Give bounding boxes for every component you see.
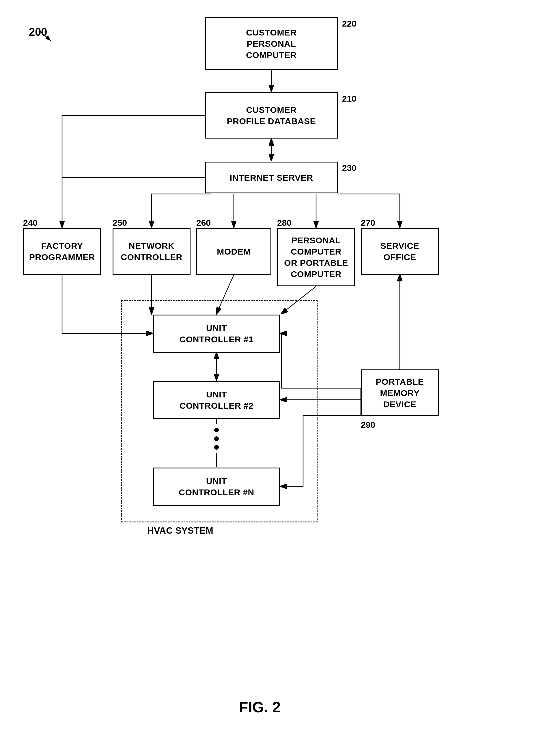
- factory-programmer-label: FACTORYPROGRAMMER: [29, 240, 95, 263]
- internet-server-box: INTERNET SERVER: [205, 161, 338, 194]
- diagram: 200 CUSTOMERPERSONALCOMPUTER 220 CUSTOME…: [0, 0, 560, 738]
- factory-programmer-box: FACTORYPROGRAMMER: [23, 228, 101, 275]
- network-controller-box: NETWORKCONTROLLER: [112, 228, 191, 275]
- customer-profile-db-label: CUSTOMERPROFILE DATABASE: [227, 104, 316, 127]
- ref-arrow: [37, 29, 55, 43]
- unit-controller-2-label: UNITCONTROLLER #2: [180, 389, 254, 411]
- network-controller-label: NETWORKCONTROLLER: [121, 240, 182, 263]
- customer-profile-db-id: 210: [342, 94, 356, 104]
- personal-pc-portable-box: PERSONALCOMPUTEROR PORTABLECOMPUTER: [277, 228, 355, 286]
- service-office-id: 270: [361, 218, 375, 228]
- network-controller-id: 250: [112, 218, 127, 228]
- customer-profile-db-box: CUSTOMERPROFILE DATABASE: [205, 92, 338, 138]
- unit-controller-n-box: UNITCONTROLLER #N: [153, 467, 280, 506]
- modem-box: MODEM: [196, 228, 271, 275]
- customer-pc-label: CUSTOMERPERSONALCOMPUTER: [246, 27, 297, 61]
- service-office-label: SERVICEOFFICE: [380, 240, 419, 263]
- unit-controller-2-box: UNITCONTROLLER #2: [153, 381, 280, 419]
- personal-pc-portable-id: 280: [277, 218, 292, 228]
- customer-pc-box: CUSTOMERPERSONALCOMPUTER: [205, 17, 338, 70]
- portable-memory-box: PORTABLEMEMORYDEVICE: [361, 369, 439, 416]
- service-office-box: SERVICEOFFICE: [361, 228, 439, 275]
- internet-server-label: INTERNET SERVER: [230, 172, 313, 183]
- unit-controller-1-box: UNITCONTROLLER #1: [153, 315, 280, 353]
- modem-label: MODEM: [217, 246, 251, 257]
- portable-memory-id: 290: [361, 420, 375, 430]
- hvac-label: HVAC SYSTEM: [147, 525, 213, 536]
- figure-label: FIG. 2: [217, 698, 303, 716]
- unit-controller-n-label: UNITCONTROLLER #N: [179, 475, 254, 498]
- customer-pc-id: 220: [342, 19, 356, 29]
- modem-id: 260: [196, 218, 211, 228]
- unit-controller-1-label: UNITCONTROLLER #1: [180, 322, 254, 345]
- factory-programmer-id: 240: [23, 218, 37, 228]
- svg-line-16: [40, 32, 50, 40]
- internet-server-id: 230: [342, 163, 356, 173]
- personal-pc-portable-label: PERSONALCOMPUTEROR PORTABLECOMPUTER: [284, 235, 348, 280]
- portable-memory-label: PORTABLEMEMORYDEVICE: [376, 376, 424, 410]
